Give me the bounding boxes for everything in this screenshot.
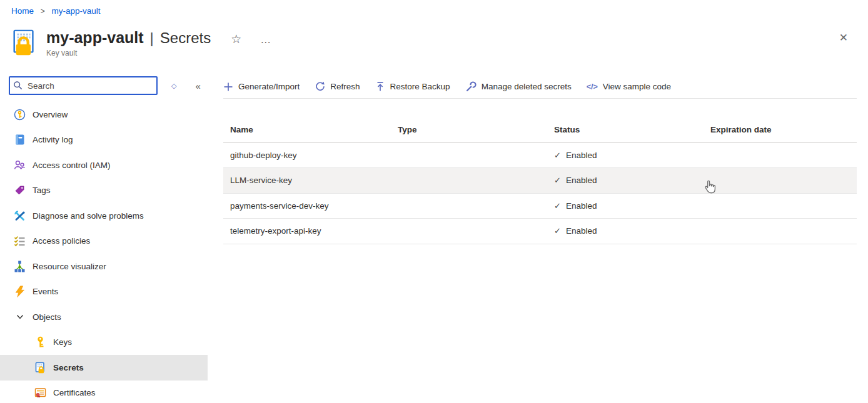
button-label: Refresh xyxy=(330,82,360,91)
wrench-icon xyxy=(465,81,477,92)
title-divider: | xyxy=(150,29,154,47)
diagnose-icon xyxy=(14,210,26,222)
sidebar-group-label: Objects xyxy=(33,312,61,322)
search-icon xyxy=(13,81,23,90)
column-header-type: Type xyxy=(391,125,547,134)
key-vault-icon xyxy=(10,29,39,57)
column-header-expiration: Expiration date xyxy=(704,125,857,134)
restore-backup-button[interactable]: Restore Backup xyxy=(375,81,450,92)
check-icon: ✓ xyxy=(554,226,561,236)
tags-icon xyxy=(14,184,26,196)
status-text: Enabled xyxy=(566,201,597,211)
table-row[interactable]: LLM-service-key ✓Enabled xyxy=(223,168,857,194)
secret-status: ✓Enabled xyxy=(547,201,704,211)
resize-handle-icon[interactable]: ◇ xyxy=(171,82,176,90)
sidebar-item-label: Resource visualizer xyxy=(33,262,106,271)
refresh-button[interactable]: Refresh xyxy=(315,81,360,92)
generate-import-button[interactable]: Generate/Import xyxy=(223,82,300,92)
sidebar-item-tags[interactable]: Tags xyxy=(0,178,208,204)
sidebar-item-label: Tags xyxy=(33,186,51,195)
secrets-icon xyxy=(34,362,46,374)
page-title: my-app-vault xyxy=(46,29,144,47)
secrets-table: Name Type Status Expiration date github-… xyxy=(223,117,857,244)
overview-icon xyxy=(14,109,26,121)
table-row[interactable]: payments-service-dev-key ✓Enabled xyxy=(223,194,857,219)
table-row[interactable]: telemetry-export-api-key ✓Enabled xyxy=(223,219,857,244)
sidebar-group-objects[interactable]: Objects xyxy=(0,304,208,330)
favorite-star-icon[interactable]: ☆ xyxy=(231,32,241,46)
secret-name: payments-service-dev-key xyxy=(223,201,391,211)
sidebar: ◇ « Overview xyxy=(0,75,208,96)
sidebar-item-label: Keys xyxy=(53,337,72,347)
breadcrumb: Home > my-app-vault xyxy=(11,6,101,16)
sidebar-item-label: Overview xyxy=(33,110,68,119)
search-input[interactable] xyxy=(9,76,158,95)
table-row[interactable]: github-deploy-key ✓Enabled xyxy=(223,143,857,169)
sidebar-item-secrets[interactable]: Secrets xyxy=(0,355,208,381)
table-header-row: Name Type Status Expiration date xyxy=(223,117,857,143)
more-options-icon[interactable]: … xyxy=(260,34,271,46)
button-label: View sample code xyxy=(603,82,671,91)
sidebar-item-label: Events xyxy=(33,287,58,296)
restore-backup-icon xyxy=(375,81,385,92)
certificates-icon xyxy=(34,387,46,399)
sidebar-item-overview[interactable]: Overview xyxy=(0,102,208,127)
sidebar-item-access-control[interactable]: Access control (IAM) xyxy=(0,152,208,178)
button-label: Restore Backup xyxy=(390,82,450,91)
command-bar: Generate/Import Refresh Restore Backup xyxy=(223,75,857,99)
resource-type-label: Key vault xyxy=(46,49,271,57)
check-icon: ✓ xyxy=(554,201,561,211)
chevron-down-icon xyxy=(14,311,26,323)
secret-name: LLM-service-key xyxy=(223,176,391,185)
sidebar-item-access-policies[interactable]: Access policies xyxy=(0,229,208,254)
button-label: Generate/Import xyxy=(238,82,300,91)
manage-deleted-secrets-button[interactable]: Manage deleted secrets xyxy=(465,81,572,92)
sidebar-item-resource-visualizer[interactable]: Resource visualizer xyxy=(0,254,208,279)
column-header-status: Status xyxy=(547,125,704,134)
events-icon xyxy=(14,286,26,297)
check-icon: ✓ xyxy=(554,176,561,185)
sidebar-item-certificates[interactable]: Certificates xyxy=(0,381,208,403)
breadcrumb-separator: > xyxy=(41,7,45,16)
secret-name: telemetry-export-api-key xyxy=(223,226,391,236)
sidebar-item-label: Secrets xyxy=(53,363,84,372)
keys-icon xyxy=(34,336,46,348)
secret-status: ✓Enabled xyxy=(547,226,704,236)
activity-log-icon xyxy=(14,134,26,146)
collapse-menu-icon[interactable]: « xyxy=(195,81,200,91)
blade-title: Secrets xyxy=(160,29,211,47)
status-text: Enabled xyxy=(566,151,597,160)
breadcrumb-home-link[interactable]: Home xyxy=(11,6,34,16)
code-icon: </> xyxy=(587,82,598,91)
button-label: Manage deleted secrets xyxy=(482,82,572,91)
plus-icon xyxy=(223,82,233,92)
sidebar-item-activity-log[interactable]: Activity log xyxy=(0,127,208,153)
close-blade-icon[interactable]: ✕ xyxy=(839,31,848,44)
sidebar-item-label: Access policies xyxy=(33,236,90,246)
sidebar-item-events[interactable]: Events xyxy=(0,279,208,305)
refresh-icon xyxy=(315,81,325,92)
secret-status: ✓Enabled xyxy=(547,176,704,185)
view-sample-code-button[interactable]: </> View sample code xyxy=(587,82,671,91)
secret-name: github-deploy-key xyxy=(223,151,391,160)
sidebar-item-label: Certificates xyxy=(53,388,96,397)
access-control-icon xyxy=(14,159,26,171)
access-policies-icon xyxy=(14,235,26,247)
sidebar-item-keys[interactable]: Keys xyxy=(0,330,208,356)
status-text: Enabled xyxy=(566,226,597,236)
breadcrumb-current-link[interactable]: my-app-vault xyxy=(52,6,101,16)
page-header: my-app-vault | Secrets ☆ … Key vault xyxy=(10,27,271,57)
sidebar-item-label: Access control (IAM) xyxy=(33,161,111,170)
resource-visualizer-icon xyxy=(14,261,26,272)
sidebar-item-diagnose[interactable]: Diagnose and solve problems xyxy=(0,203,208,229)
main-content: Generate/Import Refresh Restore Backup xyxy=(223,75,857,244)
secret-status: ✓Enabled xyxy=(547,151,704,160)
check-icon: ✓ xyxy=(554,151,561,160)
sidebar-item-label: Activity log xyxy=(33,135,73,144)
column-header-name: Name xyxy=(223,125,391,134)
status-text: Enabled xyxy=(566,176,597,185)
sidebar-item-label: Diagnose and solve problems xyxy=(33,211,144,221)
